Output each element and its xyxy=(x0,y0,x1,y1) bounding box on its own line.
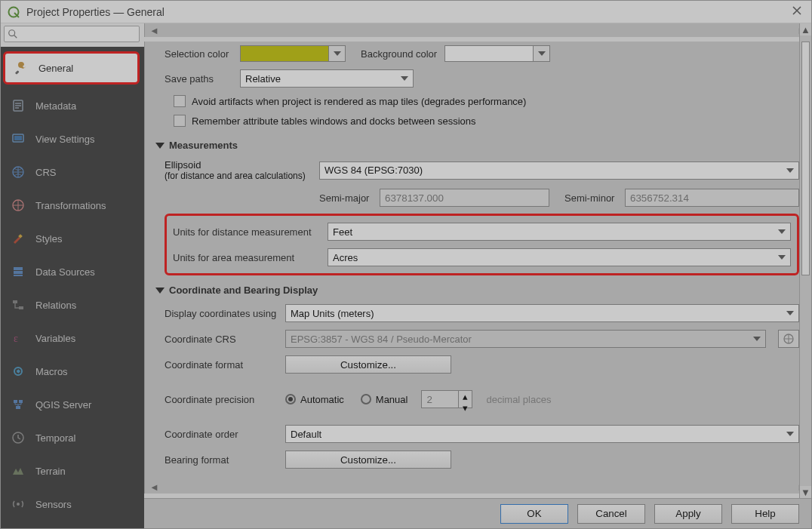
background-color-swatch xyxy=(445,46,533,61)
svg-rect-17 xyxy=(14,400,17,403)
svg-rect-19 xyxy=(16,406,20,409)
globe-transform-icon xyxy=(10,197,26,214)
sidebar-item-label: General xyxy=(38,63,73,74)
sidebar-items: General Metadata View Settings CRS Trans… xyxy=(1,47,144,528)
sidebar-item-label: View Settings xyxy=(35,134,95,145)
coord-precision-label: Coordinate precision xyxy=(165,394,278,405)
scroll-down-icon[interactable]: ▼ xyxy=(800,486,811,498)
remember-tables-checkbox[interactable]: Remember attribute tables windows and do… xyxy=(165,111,799,131)
measurements-header[interactable]: Measurements xyxy=(155,135,799,155)
sidebar-item-temporal[interactable]: Temporal xyxy=(1,421,144,454)
sidebar-item-terrain[interactable]: Terrain xyxy=(1,454,144,487)
server-icon xyxy=(10,396,26,413)
coord-crs-label: Coordinate CRS xyxy=(165,334,278,345)
help-button[interactable]: Help xyxy=(731,504,799,524)
sidebar-item-variables[interactable]: ε Variables xyxy=(1,321,144,355)
sidebar-item-macros[interactable]: Macros xyxy=(1,355,144,388)
vertical-scrollbar[interactable]: ▲ ▼ xyxy=(799,23,811,498)
coord-format-label: Coordinate format xyxy=(165,359,278,371)
svg-point-1 xyxy=(9,30,15,36)
gear-icon xyxy=(10,363,26,380)
sidebar-item-transformations[interactable]: Transformations xyxy=(1,189,144,222)
sidebar-item-label: CRS xyxy=(35,167,56,178)
general-top-section: Selection color Background color xyxy=(155,42,799,131)
window-title: Project Properties — General xyxy=(26,6,165,18)
sidebar-item-label: Transformations xyxy=(35,200,106,211)
svg-rect-13 xyxy=(19,306,23,309)
sidebar-item-metadata[interactable]: Metadata xyxy=(1,89,144,122)
decimal-places-spinner: ▴▾ xyxy=(421,390,472,408)
main-panel: ◄► Selection color Background color xyxy=(144,23,811,528)
brush-icon xyxy=(10,230,26,247)
sidebar-item-label: Styles xyxy=(35,233,62,245)
sidebar-item-sensors[interactable]: Sensors xyxy=(1,487,144,521)
remember-tables-label: Remember attribute tables windows and do… xyxy=(192,115,475,127)
relations-icon xyxy=(10,297,26,313)
sidebar-item-relations[interactable]: Relations xyxy=(1,288,144,321)
coord-format-customize-button[interactable]: Customize... xyxy=(285,355,451,374)
radio-icon xyxy=(361,394,371,404)
checkbox-icon xyxy=(174,115,186,127)
cancel-button[interactable]: Cancel xyxy=(577,504,645,524)
sidebar-item-label: QGIS Server xyxy=(35,399,91,411)
automatic-radio[interactable]: Automatic xyxy=(285,394,344,405)
search-input[interactable] xyxy=(4,26,140,42)
avoid-artifacts-checkbox[interactable]: Avoid artifacts when project is rendered… xyxy=(165,91,799,111)
sidebar-item-crs[interactable]: CRS xyxy=(1,155,144,189)
svg-rect-5 xyxy=(14,136,22,140)
sidebar-item-label: Temporal xyxy=(35,432,75,444)
sidebar-item-qgis-server[interactable]: QGIS Server xyxy=(1,388,144,421)
sidebar-item-label: Metadata xyxy=(35,100,76,112)
chevron-down-icon xyxy=(155,143,165,149)
background-color-picker[interactable] xyxy=(444,45,550,62)
sidebar-item-general[interactable]: General xyxy=(3,51,140,85)
svg-text:ε: ε xyxy=(14,333,18,344)
sidebar-item-label: Terrain xyxy=(35,466,66,477)
chevron-down-icon[interactable] xyxy=(534,45,550,62)
sidebar-item-styles[interactable]: Styles xyxy=(1,222,144,255)
sidebar-item-data-sources[interactable]: Data Sources xyxy=(1,255,144,288)
distance-units-combo[interactable]: Feet xyxy=(328,223,791,241)
search-icon xyxy=(8,29,18,39)
save-paths-combo[interactable]: Relative xyxy=(240,69,414,88)
sidebar-item-label: Sensors xyxy=(35,499,72,510)
ellipsoid-combo[interactable]: WGS 84 (EPSG:7030) xyxy=(319,161,799,180)
area-units-combo[interactable]: Acres xyxy=(328,248,791,266)
svg-rect-2 xyxy=(15,70,20,75)
area-units-value: Acres xyxy=(333,252,358,263)
scroll-down-strip[interactable]: ◄► xyxy=(144,480,811,494)
display-coords-combo[interactable]: Map Units (meters) xyxy=(285,304,799,322)
terrain-icon xyxy=(10,463,26,479)
selection-color-picker[interactable] xyxy=(240,45,346,62)
coordinate-display-header[interactable]: Coordinate and Bearing Display xyxy=(155,280,799,300)
crs-picker-button[interactable] xyxy=(778,330,799,348)
display-coords-label: Display coordinates using xyxy=(165,308,278,319)
manual-radio[interactable]: Manual xyxy=(361,394,408,405)
dialog-button-bar: OK Cancel Apply Help xyxy=(144,498,811,528)
background-color-label: Background color xyxy=(361,48,437,60)
bearing-customize-button[interactable]: Customize... xyxy=(285,451,451,469)
svg-rect-11 xyxy=(14,275,23,276)
semiminor-field xyxy=(625,189,799,207)
scroll-up-icon[interactable]: ▲ xyxy=(800,23,811,35)
sidebar-item-view-settings[interactable]: View Settings xyxy=(1,122,144,155)
monitor-icon xyxy=(10,131,26,147)
sidebar-item-label: Relations xyxy=(35,300,76,311)
scroll-up-strip[interactable]: ◄► xyxy=(144,23,811,37)
coord-order-value: Default xyxy=(291,429,321,440)
close-icon[interactable] xyxy=(792,5,805,19)
decimal-places-label: decimal places xyxy=(486,394,551,405)
titlebar: Project Properties — General xyxy=(1,1,811,23)
database-icon xyxy=(10,263,26,280)
coord-order-combo[interactable]: Default xyxy=(285,425,799,443)
coordinate-display-section: Coordinate and Bearing Display Display c… xyxy=(155,280,799,472)
chevron-down-icon[interactable] xyxy=(329,45,346,62)
coord-crs-value: EPSG:3857 - WGS 84 / Pseudo-Mercator xyxy=(291,334,472,345)
ellipsoid-value: WGS 84 (EPSG:7030) xyxy=(324,165,423,176)
save-paths-value: Relative xyxy=(245,73,281,85)
semiminor-label: Semi-minor xyxy=(564,192,617,204)
ok-button[interactable]: OK xyxy=(500,504,568,524)
display-coords-value: Map Units (meters) xyxy=(291,308,374,319)
apply-button[interactable]: Apply xyxy=(654,504,722,524)
scrollbar-thumb[interactable] xyxy=(801,42,810,275)
